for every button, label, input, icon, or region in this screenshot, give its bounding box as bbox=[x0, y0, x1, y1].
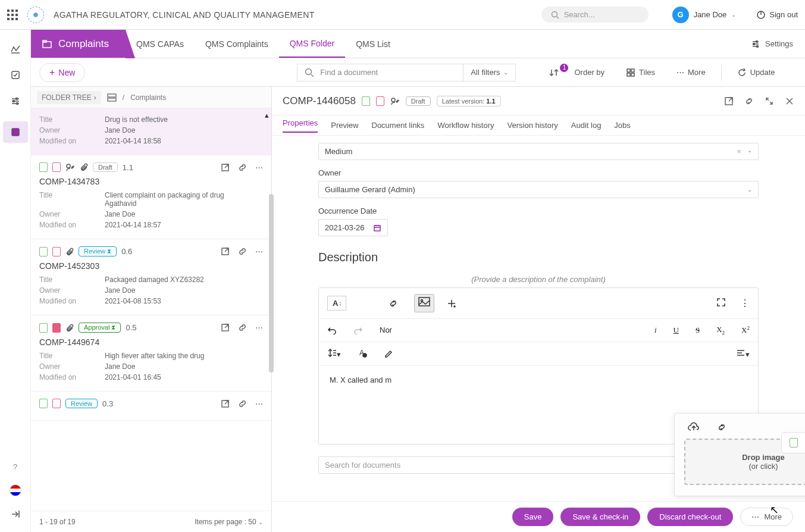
list-item[interactable]: Review ⧗ 0.6 ⋯ COMP-1452303 TitlePackage… bbox=[31, 239, 271, 315]
svg-rect-28 bbox=[631, 69, 634, 72]
collapse-sidebar-icon[interactable] bbox=[10, 508, 21, 520]
update-button[interactable]: Update bbox=[731, 68, 781, 77]
discard-checkout-button[interactable]: Discard check-out bbox=[647, 508, 733, 526]
underline-button[interactable]: U bbox=[674, 326, 679, 335]
tab-version-history[interactable]: Version history bbox=[508, 121, 558, 130]
italic-button[interactable]: i bbox=[654, 326, 657, 335]
more-icon[interactable]: ⋯ bbox=[255, 323, 263, 332]
kebab-icon[interactable]: ⋮ bbox=[740, 298, 750, 309]
find-document-input[interactable]: Find a document bbox=[297, 64, 463, 82]
analytics-icon[interactable] bbox=[10, 43, 21, 55]
side-clipboard-button[interactable] bbox=[781, 432, 805, 453]
tab-qms-capas[interactable]: QMS CAPAs bbox=[126, 30, 195, 58]
save-button[interactable]: Save bbox=[512, 508, 554, 526]
text-color-button[interactable]: A bbox=[358, 348, 367, 359]
popup-icon[interactable] bbox=[724, 96, 734, 106]
open-icon[interactable] bbox=[221, 163, 230, 172]
align-button[interactable]: ▾ bbox=[736, 349, 750, 359]
occurrence-date-input[interactable]: 2021-03-26 bbox=[318, 219, 388, 236]
more-icon[interactable]: ⋯ bbox=[255, 399, 263, 408]
tab-audit-log[interactable]: Audit log bbox=[571, 121, 602, 130]
subscript-button[interactable]: X2 bbox=[716, 325, 725, 336]
list-item[interactable]: Approval ⧗ 0.5 ⋯ COMP-1449674 TitleHigh … bbox=[31, 315, 271, 392]
all-filters-button[interactable]: All filters ⌄ bbox=[463, 64, 516, 82]
owner-select[interactable]: Guillaume Gerard (Admin) ⌄ bbox=[318, 181, 759, 198]
line-height-button[interactable]: ▾ bbox=[327, 349, 341, 359]
field-value: Jane Doe bbox=[105, 210, 135, 218]
version-text: 0.3 bbox=[102, 399, 113, 408]
cloud-upload-icon[interactable] bbox=[688, 422, 700, 433]
list-item[interactable]: TitleDrug is not effective OwnerJane Doe… bbox=[31, 108, 271, 155]
detail-header: COMP-1446058 Draft Latest version: 1.1 bbox=[272, 87, 805, 115]
link-icon[interactable] bbox=[238, 163, 247, 172]
link-icon[interactable] bbox=[238, 247, 247, 256]
superscript-button[interactable]: X2 bbox=[741, 325, 750, 335]
main-tab-complaints[interactable]: Complaints bbox=[31, 30, 126, 58]
text-styles-button[interactable]: A: bbox=[327, 296, 346, 311]
tab-workflow-history[interactable]: Workflow history bbox=[437, 121, 494, 130]
pdf-icon bbox=[52, 323, 61, 333]
link-icon[interactable] bbox=[238, 399, 247, 408]
open-icon[interactable] bbox=[221, 247, 230, 256]
plus-icon: + bbox=[49, 67, 55, 78]
link-icon[interactable] bbox=[238, 323, 247, 332]
list-item[interactable]: Review 0.3 ⋯ bbox=[31, 392, 271, 421]
tab-qms-folder[interactable]: QMS Folder bbox=[279, 30, 345, 58]
tiles-button[interactable]: Tiles bbox=[620, 68, 661, 77]
undo-icon[interactable] bbox=[327, 326, 337, 334]
fullscreen-icon[interactable] bbox=[716, 298, 726, 307]
new-button[interactable]: + New bbox=[39, 63, 85, 82]
order-by-button[interactable]: 1 Order by bbox=[543, 68, 610, 77]
filters-icon[interactable] bbox=[10, 95, 21, 107]
folder-tree-button[interactable]: FOLDER TREE › bbox=[37, 91, 101, 104]
version-chip[interactable]: Latest version: 1.1 bbox=[437, 96, 501, 107]
strikethrough-button[interactable]: S bbox=[696, 326, 700, 335]
clear-icon[interactable]: × bbox=[737, 147, 741, 156]
more-icon[interactable]: ⋯ bbox=[255, 163, 263, 172]
sign-out-button[interactable]: Sign out bbox=[756, 10, 798, 20]
search-placeholder-text: Search... bbox=[564, 10, 595, 19]
svg-point-63 bbox=[363, 353, 367, 357]
footer-more-button[interactable]: ⋯ More bbox=[740, 508, 793, 526]
user-menu[interactable]: G Jane Doe ⌄ bbox=[672, 7, 737, 23]
redo-icon[interactable] bbox=[353, 326, 363, 334]
link-icon[interactable] bbox=[744, 96, 754, 106]
tab-qms-complaints[interactable]: QMS Complaints bbox=[195, 30, 279, 58]
open-icon[interactable] bbox=[221, 399, 230, 408]
highlight-button[interactable] bbox=[384, 348, 393, 359]
complaints-module-icon[interactable] bbox=[3, 121, 28, 143]
paragraph-style-select[interactable]: Nor bbox=[380, 326, 392, 334]
insert-icon[interactable] bbox=[446, 298, 457, 309]
help-icon[interactable]: ? bbox=[10, 461, 21, 472]
more-button[interactable]: ⋯ More bbox=[671, 68, 712, 77]
svg-line-39 bbox=[225, 324, 228, 328]
link-icon[interactable] bbox=[388, 298, 399, 309]
link-icon[interactable] bbox=[716, 422, 727, 433]
insert-image-button[interactable] bbox=[414, 294, 434, 312]
priority-select[interactable]: Medium ×⌄ bbox=[318, 143, 759, 160]
items-per-page[interactable]: Items per page : 50 ⌄ bbox=[195, 518, 263, 526]
close-icon[interactable] bbox=[785, 96, 794, 106]
tab-properties[interactable]: Properties bbox=[283, 118, 318, 133]
tasks-icon[interactable] bbox=[10, 69, 21, 81]
tab-qms-list[interactable]: QMS List bbox=[345, 30, 401, 58]
field-label: Title bbox=[39, 276, 105, 284]
expand-icon[interactable] bbox=[765, 96, 774, 106]
settings-button[interactable]: Settings bbox=[739, 30, 805, 58]
apps-grid-icon[interactable] bbox=[7, 10, 18, 20]
open-icon[interactable] bbox=[221, 323, 230, 332]
paperclip-icon bbox=[65, 324, 74, 332]
status-chip: Review ⧗ bbox=[79, 246, 117, 256]
tab-jobs[interactable]: Jobs bbox=[614, 121, 630, 130]
scroll-up-icon[interactable]: ▴ bbox=[265, 111, 269, 120]
breadcrumb-item[interactable]: Complaints bbox=[130, 93, 166, 102]
tab-preview[interactable]: Preview bbox=[331, 121, 358, 130]
save-checkin-button[interactable]: Save & check-in bbox=[560, 508, 640, 526]
doc-icon bbox=[39, 399, 48, 408]
field-value: 2021-04-08 15:53 bbox=[105, 297, 161, 305]
tab-doc-links[interactable]: Document links bbox=[372, 121, 425, 130]
language-flag-icon[interactable] bbox=[10, 484, 21, 496]
more-icon[interactable]: ⋯ bbox=[255, 247, 263, 256]
list-item[interactable]: Draft 1.1 ⋯ COMP-1434783 TitleClient com… bbox=[31, 155, 271, 239]
global-search-input[interactable]: Search... bbox=[541, 7, 649, 23]
